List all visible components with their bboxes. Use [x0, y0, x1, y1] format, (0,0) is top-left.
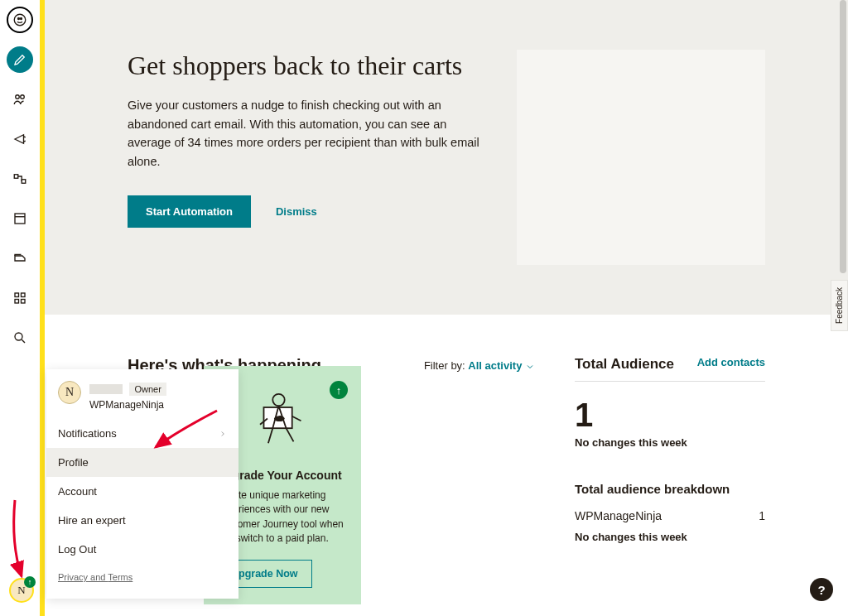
- nav-content[interactable]: [7, 245, 33, 272]
- audience-sub: No changes this week: [575, 436, 765, 449]
- hero-body: Give your customers a nudge to finish ch…: [128, 96, 484, 171]
- svg-point-12: [15, 333, 22, 340]
- arrow-up-icon[interactable]: ↑: [330, 381, 348, 399]
- nav-campaigns[interactable]: [7, 126, 33, 152]
- hero-illustration: [517, 50, 765, 265]
- nav-search[interactable]: [7, 325, 33, 351]
- app-root: Get shoppers back to their carts Give yo…: [0, 0, 848, 616]
- hero-title: Get shoppers back to their carts: [128, 50, 484, 81]
- audience-title: Total Audience: [575, 356, 674, 373]
- nav-automations[interactable]: [7, 166, 33, 192]
- svg-point-1: [18, 18, 20, 20]
- nav-website[interactable]: [7, 205, 33, 232]
- chevron-right-icon: [219, 430, 227, 438]
- account-menu-button[interactable]: N ↑: [9, 578, 34, 603]
- popover-item-profile[interactable]: Profile: [46, 448, 238, 477]
- user-company: WPManageNinja: [89, 399, 166, 411]
- breakdown-heading: Total audience breakdown: [575, 482, 765, 496]
- add-contacts-link[interactable]: Add contacts: [697, 356, 765, 368]
- audience-total: 1: [575, 398, 765, 431]
- feedback-tab[interactable]: Feedback: [831, 280, 848, 331]
- logo-mailchimp[interactable]: [7, 7, 33, 33]
- svg-rect-9: [22, 293, 26, 297]
- activity-filter[interactable]: Filter by: All activity: [424, 359, 535, 372]
- popover-item-account[interactable]: Account: [46, 477, 238, 506]
- popover-legal: Privacy and Terms: [46, 564, 238, 590]
- svg-rect-10: [15, 300, 19, 304]
- svg-point-0: [14, 14, 26, 26]
- user-role-badge: Owner: [129, 383, 166, 396]
- popover-item-expert[interactable]: Hire an expert: [46, 506, 238, 535]
- nav-create[interactable]: [7, 46, 33, 73]
- svg-point-13: [272, 394, 284, 406]
- help-button[interactable]: ?: [810, 578, 833, 601]
- nav-integrations[interactable]: [7, 285, 33, 311]
- popover-item-logout[interactable]: Log Out: [46, 535, 238, 564]
- svg-rect-7: [15, 214, 25, 224]
- divider: [575, 381, 765, 382]
- start-automation-button[interactable]: Start Automation: [128, 195, 251, 228]
- user-name-redacted: [89, 384, 123, 394]
- svg-point-4: [21, 95, 25, 99]
- svg-rect-5: [14, 175, 18, 179]
- svg-rect-8: [15, 293, 19, 297]
- popover-header: N Owner WPManageNinja: [46, 369, 238, 419]
- account-popover: N Owner WPManageNinja Notifications Prof…: [46, 369, 238, 599]
- privacy-link[interactable]: Privacy: [58, 572, 88, 582]
- breakdown-sub: No changes this week: [575, 531, 765, 543]
- chevron-down-icon: [525, 362, 535, 372]
- nav-rail: [0, 0, 40, 616]
- svg-rect-11: [22, 300, 26, 304]
- arrow-up-badge-icon: ↑: [24, 576, 36, 588]
- scrollbar[interactable]: [840, 0, 846, 273]
- hero-banner: Get shoppers back to their carts Give yo…: [45, 0, 848, 315]
- dismiss-link[interactable]: Dismiss: [276, 205, 317, 218]
- svg-point-3: [16, 95, 20, 99]
- nav-audience[interactable]: [7, 86, 33, 113]
- avatar: N: [58, 381, 81, 404]
- breakdown-row[interactable]: WPManageNinja 1: [575, 509, 765, 522]
- svg-point-2: [21, 18, 22, 20]
- audience-column: Total Audience Add contacts 1 No changes…: [575, 356, 765, 543]
- terms-link[interactable]: Terms: [108, 572, 132, 582]
- popover-item-notifications[interactable]: Notifications: [46, 419, 238, 448]
